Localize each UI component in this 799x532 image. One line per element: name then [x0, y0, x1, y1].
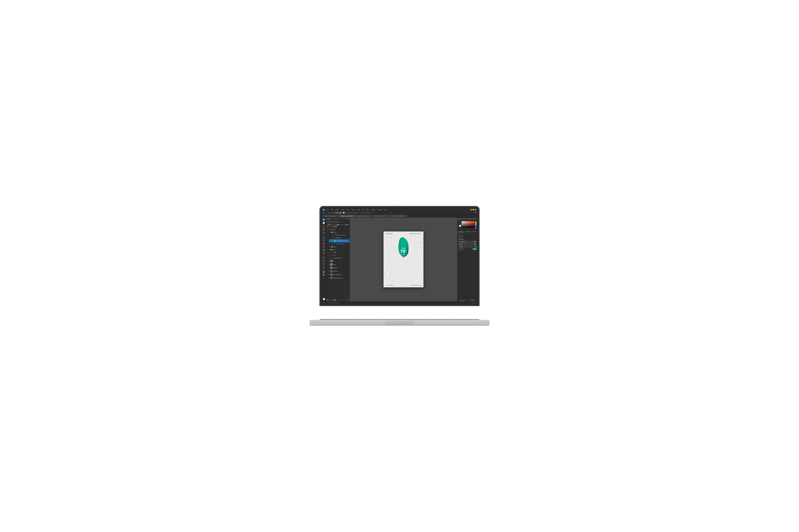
menu-image[interactable]: Image [335, 209, 339, 210]
layer-eye-facebook[interactable]: 👁 [328, 270, 330, 272]
layer-adjust-icon[interactable]: ◑ [332, 299, 333, 301]
brush-tool[interactable]: 🖌 [322, 239, 325, 242]
menu-edit[interactable]: Edit [331, 209, 333, 210]
color-gradient-field[interactable] [461, 221, 475, 228]
tab-adjustments[interactable]: Adjustments [464, 230, 472, 233]
lasso-tool[interactable]: ⊃ [322, 225, 325, 227]
menu-help[interactable]: Help [384, 209, 387, 210]
layer-fx-icon[interactable]: fx [329, 300, 330, 301]
layer-delete-icon[interactable]: 🗑 [348, 300, 349, 301]
fill-input[interactable] [333, 226, 337, 227]
layer-independence[interactable]: 👁 T Independ...a-Dev [326, 256, 349, 260]
menu-plugins[interactable]: Plugins [371, 209, 376, 210]
tracking-input[interactable] [459, 248, 465, 250]
path-select-tool[interactable]: ↖ [322, 263, 325, 265]
layer-folder-icon[interactable]: 📁 [334, 299, 335, 301]
layer-phone[interactable]: 👁 T +94 78 178 1350 [329, 243, 349, 245]
layer-eye-sri[interactable]: 👁 [328, 260, 330, 262]
pen-tool[interactable]: ✒ [322, 256, 325, 259]
tab-gradients[interactable]: Gradients [467, 217, 472, 220]
layer-sri[interactable]: 👁 sri [326, 260, 349, 263]
layer-group1a[interactable]: 👁 📁 Group 1 [327, 231, 349, 234]
maximize-button[interactable] [475, 209, 476, 210]
trackpad[interactable] [385, 322, 414, 325]
type-tool[interactable]: T [322, 260, 325, 262]
layer-eye-stripe[interactable]: 👁 [328, 264, 330, 265]
menu-3d[interactable]: 3D [362, 209, 364, 210]
menu-window[interactable]: Window [377, 209, 382, 210]
zoom-tool[interactable]: 🔍 [322, 273, 325, 277]
layer-eye-web[interactable]: 👁 [328, 274, 330, 276]
layer-eye-g2[interactable]: 👁 [328, 249, 330, 250]
menu-layer[interactable]: Layer [341, 209, 345, 210]
eyedropper-tool[interactable]: 🖍 [322, 236, 325, 239]
menu-type[interactable]: Type [346, 209, 349, 210]
tab-close-0[interactable]: × [337, 215, 338, 217]
hand-tool[interactable]: ✋ [322, 270, 325, 273]
tab-paths[interactable]: Paths [468, 299, 477, 301]
layer-eye-phone[interactable]: 👁 [332, 243, 333, 245]
layer-group1b[interactable]: 👁 📁 Group 1 [327, 245, 349, 248]
background-color[interactable] [323, 298, 325, 300]
layer-eye-75th[interactable]: 👁 [329, 254, 331, 256]
text-color-swatch[interactable] [473, 248, 477, 250]
show-transform-checkbox[interactable] [343, 212, 345, 213]
layer-eye-flatagram[interactable]: 👁 [328, 267, 330, 269]
opacity-input[interactable] [344, 224, 349, 226]
layer-beyond-culture[interactable]: 👁 T Beyond The Culture [329, 234, 349, 236]
layer-eye-devgriffins[interactable]: 👁 [332, 237, 333, 239]
color-bg-swatch[interactable] [459, 225, 461, 227]
gradient-tool[interactable]: ▦ [322, 248, 325, 251]
layer-select[interactable]: Layer [334, 212, 342, 214]
tab-swatches[interactable]: Swatches [461, 217, 467, 220]
eraser-tool[interactable]: ◻ [322, 245, 325, 248]
tab-libraries[interactable]: Libraries [472, 230, 477, 233]
layer-eye-g1b[interactable]: 👁 [329, 246, 331, 248]
tab-0[interactable]: Untitled-1-Recovered.psd × [323, 215, 339, 217]
blend-mode-select[interactable]: Normal [327, 224, 340, 226]
layer-flatagram[interactable]: 👁 flatagram [326, 266, 349, 270]
tab-2[interactable]: support@devgriffins.com × [356, 215, 372, 217]
minimize-button[interactable] [473, 209, 474, 210]
font-size-input[interactable] [459, 246, 473, 248]
layer-group2[interactable]: 👁 📁 Group 2 [326, 248, 349, 251]
color-fg-swatch[interactable] [458, 224, 461, 227]
hue-slider[interactable] [475, 221, 477, 229]
menu-filter[interactable]: Filter [357, 209, 360, 210]
tab-4[interactable]: [YOUR IMAGE HERE].psd × [390, 215, 407, 217]
layers-search-input[interactable] [328, 221, 339, 223]
layer-devgriffins[interactable]: 👁 T DevGriffins [329, 236, 349, 239]
layer-eye-independence[interactable]: 👁 [329, 257, 331, 259]
layer-artboard1[interactable]: 👁 ⊞ Artboard 1 [326, 228, 349, 231]
layers-menu-icon[interactable]: ☰ [348, 218, 349, 220]
tab-close-2[interactable]: × [370, 215, 371, 217]
home-button[interactable]: ⌂ [323, 211, 325, 214]
layer-happy[interactable]: 👁 T Happy [326, 251, 349, 254]
tab-patterns[interactable]: Patterns [472, 217, 477, 220]
layer-eye-artboard1[interactable]: 👁 [326, 229, 328, 230]
magic-wand-tool[interactable]: ✱ [322, 228, 325, 231]
layer-75th[interactable]: 👁 T 75th [326, 254, 349, 256]
rectangular-select-tool[interactable]: ⬜ [322, 222, 325, 224]
tab-1[interactable]: Untitled-1.psd @ 66.7%... × [339, 215, 356, 217]
transform-icon[interactable]: ↻ [476, 236, 477, 238]
layer-eye-mobile[interactable]: 👁 [328, 277, 330, 279]
tab-channels[interactable]: Channels [457, 299, 468, 301]
layer-web-dev[interactable]: 👁 web-development [326, 273, 349, 277]
tab-color[interactable]: Color [457, 217, 461, 220]
layer-eye-happy[interactable]: 👁 [329, 252, 331, 253]
layer-eye-g1a[interactable]: 👁 [329, 231, 331, 233]
layer-support-email[interactable]: 👁 T support@...ffins.com [329, 239, 349, 243]
menu-select[interactable]: Select [351, 209, 355, 210]
layer-mobile-dev[interactable]: 👁 mobile-development [326, 277, 349, 280]
tab-close-1[interactable]: × [354, 215, 355, 217]
tab-3[interactable]: green-screen.psd @ 25%... × [373, 215, 390, 217]
font-family-select[interactable]: General Sans [458, 241, 477, 243]
clone-stamp-tool[interactable]: ⊕ [322, 242, 325, 245]
leading-input[interactable] [474, 246, 477, 248]
layer-eye-email[interactable]: 👁 [332, 240, 333, 242]
rectangle-tool[interactable]: ▭ [322, 266, 325, 269]
menu-file[interactable]: File [326, 209, 329, 210]
menu-view[interactable]: View [366, 209, 369, 210]
burn-tool[interactable]: ⊙ [322, 252, 325, 254]
